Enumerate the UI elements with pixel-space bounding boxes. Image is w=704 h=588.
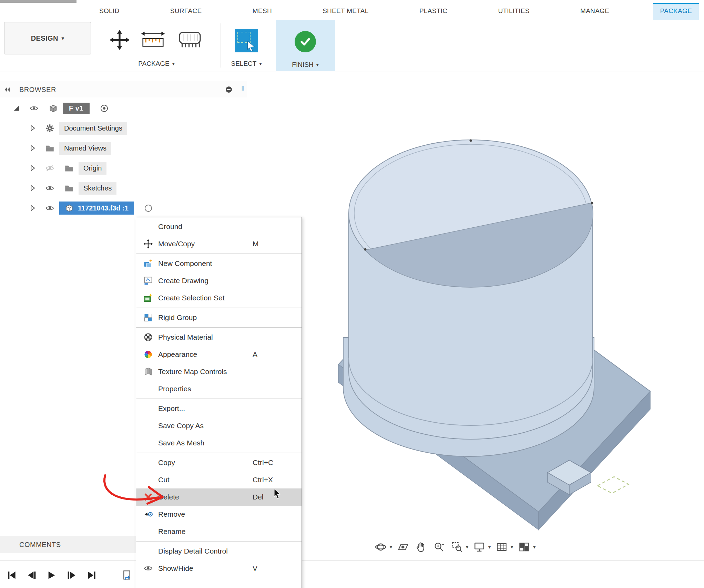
folder-icon — [59, 164, 79, 173]
tab-sheet-metal[interactable]: SHEET METAL — [316, 3, 376, 20]
select-tool-icon[interactable] — [235, 29, 258, 52]
menu-item-new-component[interactable]: New Component — [136, 255, 302, 272]
menu-item-shortcut: Ctrl+X — [253, 476, 273, 484]
menu-item-rename[interactable]: Rename — [136, 523, 302, 540]
tree-item-label[interactable]: F v1 — [63, 103, 90, 114]
ribbon-tab-bar: SOLIDSURFACEMESHSHEET METALPLASTICUTILIT… — [92, 3, 699, 20]
timeline-step-back-button[interactable] — [26, 570, 37, 581]
visibility-eye-icon[interactable] — [24, 104, 43, 113]
menu-item-label: Rigid Group — [158, 313, 197, 322]
tree-item-label[interactable]: 11721043.f3d :1 — [59, 202, 134, 215]
tab-solid[interactable]: SOLID — [92, 3, 126, 20]
fit-tool-icon[interactable] — [450, 540, 464, 554]
zoom-tool-icon[interactable] — [432, 540, 446, 554]
package-tool-icon[interactable] — [176, 30, 204, 52]
create-drawing-icon — [143, 276, 153, 286]
menu-item-create-selection-set[interactable]: Create Selection Set — [136, 289, 302, 307]
viewport-canvas[interactable] — [241, 96, 700, 555]
menu-item-export[interactable]: Export... — [136, 400, 302, 417]
tree-item-label[interactable]: Named Views — [59, 142, 111, 155]
twisty-icon[interactable] — [25, 205, 40, 212]
tree-row: Document Settings — [0, 118, 247, 138]
select-dropdown[interactable]: SELECT ▾ — [231, 60, 262, 68]
twisty-icon[interactable] — [25, 185, 40, 192]
menu-separator — [136, 453, 302, 453]
collapse-panel-icon[interactable] — [3, 86, 11, 93]
menu-item-move-copy[interactable]: Move/CopyM — [136, 235, 302, 252]
timeline-publish-button[interactable] — [122, 570, 133, 581]
browser-panel: BROWSER ‖ F v1Document SettingsNamed Vie… — [0, 81, 247, 218]
tree-item-label[interactable]: Document Settings — [59, 122, 127, 135]
menu-item-save-as-mesh[interactable]: Save As Mesh — [136, 434, 302, 452]
grid-dropdown-caret[interactable]: ▾ — [511, 544, 513, 550]
design-menu-button[interactable]: DESIGN ▾ — [4, 22, 91, 54]
finish-package-group[interactable]: FINISH ▾ — [276, 20, 335, 71]
component-marker-icon[interactable] — [139, 204, 158, 213]
tab-plastic[interactable]: PLASTIC — [412, 3, 454, 20]
tab-utilities[interactable]: UTILITIES — [491, 3, 536, 20]
visibility-eye-icon[interactable] — [40, 204, 59, 213]
menu-separator — [136, 308, 302, 308]
package-group-dropdown[interactable]: PACKAGE ▾ — [138, 60, 175, 68]
timeline-step-forward-button[interactable] — [66, 570, 77, 581]
finish-check-icon[interactable] — [295, 31, 316, 52]
remove-panel-icon[interactable] — [225, 85, 233, 94]
tree-row: Named Views — [0, 138, 247, 158]
twisty-icon[interactable] — [25, 165, 40, 172]
look-at-tool-icon[interactable] — [396, 540, 410, 554]
visibility-eye-icon[interactable] — [40, 184, 59, 193]
tab-surface[interactable]: SURFACE — [163, 3, 209, 20]
tree-item-text: Origin — [83, 164, 102, 172]
menu-item-ground[interactable]: Ground — [136, 218, 302, 235]
twisty-icon[interactable] — [9, 105, 24, 112]
menu-item-appearance[interactable]: AppearanceA — [136, 346, 302, 363]
menu-item-physical-material[interactable]: Physical Material — [136, 329, 302, 346]
menu-icon-spacer — [143, 221, 153, 232]
menu-item-copy[interactable]: CopyCtrl+C — [136, 454, 302, 471]
menu-item-shortcut: Del — [253, 493, 264, 501]
menu-item-cut[interactable]: CutCtrl+X — [136, 471, 302, 488]
ribbon-toolbar: DESIGN ▾ PACKAGE ▾ — [0, 20, 704, 72]
timeline-go-to-end-button[interactable] — [86, 570, 97, 581]
menu-item-delete[interactable]: DeleteDel — [136, 488, 302, 506]
timeline-play-button[interactable] — [46, 570, 57, 581]
measure-tool-icon[interactable] — [140, 29, 166, 52]
orbit-dropdown-caret[interactable]: ▾ — [390, 544, 392, 550]
tab-package[interactable]: PACKAGE — [653, 3, 699, 20]
tree-item-label[interactable]: Sketches — [79, 182, 116, 195]
scrollbar-handle[interactable]: ‖ — [241, 85, 244, 92]
menu-item-show-hide[interactable]: Show/HideV — [136, 560, 302, 577]
fit-dropdown-caret[interactable]: ▾ — [466, 544, 468, 550]
component-root-icon — [43, 104, 63, 113]
display-settings-dropdown-caret[interactable]: ▾ — [488, 544, 491, 550]
tab-mesh[interactable]: MESH — [246, 3, 279, 20]
menu-item-save-copy-as[interactable]: Save Copy As — [136, 417, 302, 434]
twisty-icon[interactable] — [25, 145, 40, 152]
timeline-go-to-start-button[interactable] — [6, 570, 17, 581]
browser-tree: F v1Document SettingsNamed ViewsOriginSk… — [0, 98, 247, 218]
display-settings-tool-icon[interactable] — [472, 540, 486, 554]
activate-component-icon[interactable] — [94, 104, 114, 113]
viewport-nav-toolbar: ▾▾▾▾▾ — [374, 537, 535, 557]
window-top-strip — [0, 0, 76, 3]
twisty-icon[interactable] — [25, 125, 40, 132]
menu-item-properties[interactable]: Properties — [136, 380, 302, 398]
viewports-tool-icon[interactable] — [517, 540, 531, 554]
finish-dropdown[interactable]: FINISH ▾ — [292, 61, 318, 69]
pan-tool-icon[interactable] — [414, 540, 428, 554]
visibility-eye-icon[interactable] — [40, 164, 59, 173]
menu-item-create-drawing[interactable]: Create Drawing — [136, 272, 302, 289]
menu-item-rigid-group[interactable]: Rigid Group — [136, 309, 302, 326]
orbit-tool-icon[interactable] — [374, 540, 388, 554]
tab-manage[interactable]: MANAGE — [573, 3, 616, 20]
menu-item-label: Save As Mesh — [158, 439, 204, 447]
menu-item-display-detail-control[interactable]: Display Detail Control — [136, 543, 302, 560]
menu-item-label: Create Selection Set — [158, 294, 225, 302]
menu-item-remove[interactable]: Remove — [136, 506, 302, 523]
menu-item-texture-map-controls[interactable]: Texture Map Controls — [136, 363, 302, 380]
grid-tool-icon[interactable] — [495, 540, 509, 554]
tree-item-label[interactable]: Origin — [79, 162, 106, 175]
menu-item-label: Save Copy As — [158, 422, 204, 430]
viewports-dropdown-caret[interactable]: ▾ — [533, 544, 535, 550]
move-tool-icon[interactable] — [109, 30, 130, 52]
